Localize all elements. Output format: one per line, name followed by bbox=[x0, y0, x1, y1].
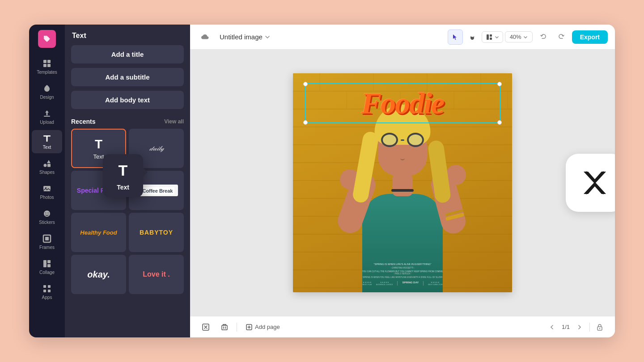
page-indicator: 1/1 bbox=[562, 324, 570, 330]
handle-top-left[interactable] bbox=[303, 82, 308, 86]
sidebar-item-photos[interactable]: Photos bbox=[32, 180, 62, 203]
svg-marker-9 bbox=[47, 160, 51, 163]
text-preview: T Text bbox=[93, 137, 104, 160]
handle-top-right[interactable] bbox=[497, 82, 502, 86]
svg-rect-10 bbox=[43, 186, 51, 191]
healthy-food-preview: Healthy Food bbox=[80, 229, 117, 236]
poster-quotes: "SPRING IS WHEN LIFE'S ALIVE IN EVERYTHI… bbox=[293, 262, 512, 286]
canvas-area[interactable]: "SPRING IS WHEN LIFE'S ALIVE IN EVERYTHI… bbox=[190, 50, 615, 316]
sidebar-item-templates[interactable]: Templates bbox=[32, 55, 62, 78]
award-badges: ★★★★★ BEST FILM ★★★★★ AUDIENCE CHOICE SP… bbox=[306, 281, 499, 286]
capcut-logo-svg bbox=[577, 165, 613, 201]
add-subtitle-button[interactable]: Add a subtitle bbox=[71, 68, 184, 86]
redo-button[interactable] bbox=[554, 30, 568, 44]
text-style-healthy-food[interactable]: Healthy Food bbox=[71, 213, 126, 252]
sidebar-label-photos: Photos bbox=[40, 195, 54, 200]
babytoy-preview: BABYTOY bbox=[140, 229, 173, 236]
add-title-button[interactable]: Add a title bbox=[71, 45, 184, 63]
prev-page-button[interactable] bbox=[546, 321, 558, 333]
toolbar-left: Untitled image bbox=[197, 29, 444, 45]
canvas-resize-button[interactable] bbox=[199, 320, 212, 334]
zoom-button[interactable]: 40% bbox=[505, 31, 533, 42]
svg-rect-6 bbox=[47, 135, 48, 142]
svg-rect-3 bbox=[47, 64, 51, 67]
quote-2: - CHRISTINA ROSSETTI - bbox=[306, 267, 499, 269]
svg-rect-1 bbox=[47, 60, 51, 63]
sidebar-item-frames[interactable]: Frames bbox=[32, 230, 62, 253]
quote-5: SPRING IS WHEN YOU FEEL LIKE WHISTLING E… bbox=[306, 276, 499, 278]
svg-rect-25 bbox=[490, 34, 492, 37]
add-page-button[interactable]: Add page bbox=[242, 322, 284, 332]
bottom-divider bbox=[589, 323, 590, 332]
svg-rect-17 bbox=[43, 260, 47, 267]
text-style-babytoy[interactable]: BABYTOY bbox=[129, 213, 184, 252]
upload-icon bbox=[42, 109, 52, 118]
lock-button[interactable] bbox=[593, 321, 606, 333]
text-style-loveit[interactable]: Love it . bbox=[129, 255, 184, 294]
toolbar-right: Export bbox=[536, 30, 608, 44]
t-icon: T bbox=[95, 137, 102, 152]
icon-sidebar: Templates Design Upload bbox=[29, 25, 65, 337]
sidebar-label-upload: Upload bbox=[40, 120, 54, 125]
photos-icon bbox=[42, 184, 52, 194]
canvas-document[interactable]: "SPRING IS WHEN LIFE'S ALIVE IN EVERYTHI… bbox=[293, 73, 512, 292]
sidebar-label-frames: Frames bbox=[39, 245, 55, 250]
editor-toolbar: Untitled image bbox=[190, 25, 615, 50]
collage-icon bbox=[42, 259, 52, 269]
export-button[interactable]: Export bbox=[572, 30, 608, 44]
sidebar-item-text[interactable]: Text bbox=[32, 130, 62, 153]
cloud-save-button[interactable] bbox=[197, 29, 212, 45]
svg-rect-22 bbox=[43, 290, 46, 292]
svg-point-7 bbox=[44, 164, 47, 167]
svg-rect-2 bbox=[43, 64, 47, 67]
sidebar-item-shapes[interactable]: Shapes bbox=[32, 155, 62, 178]
handle-bottom-left[interactable] bbox=[303, 120, 308, 125]
sidebar-label-stickers: Stickers bbox=[39, 220, 55, 225]
svg-point-14 bbox=[48, 213, 49, 214]
doc-title[interactable]: Untitled image bbox=[216, 31, 274, 42]
sidebar-item-apps[interactable]: Apps bbox=[32, 280, 62, 303]
svg-rect-0 bbox=[43, 60, 47, 63]
editor-main: Untitled image bbox=[190, 25, 615, 337]
sidebar-item-design[interactable]: Design bbox=[32, 80, 62, 103]
sidebar-label-collage: Collage bbox=[39, 270, 55, 275]
sidebar-label-text: Text bbox=[43, 145, 51, 150]
delete-button[interactable] bbox=[218, 320, 231, 334]
svg-rect-26 bbox=[490, 38, 492, 40]
select-tool-button[interactable] bbox=[448, 29, 463, 45]
sidebar-label-templates: Templates bbox=[37, 70, 57, 75]
sidebar-item-upload[interactable]: Upload bbox=[32, 105, 62, 128]
undo-button[interactable] bbox=[536, 30, 551, 44]
coffee-break-preview: #Coffee Break bbox=[138, 187, 175, 194]
text-style-okay[interactable]: okay. bbox=[71, 255, 126, 294]
svg-point-13 bbox=[46, 213, 47, 214]
svg-rect-4 bbox=[44, 116, 50, 117]
svg-point-56 bbox=[599, 328, 600, 328]
text-selection-box bbox=[305, 83, 500, 123]
grid-icon bbox=[42, 59, 52, 68]
sidebar-item-stickers[interactable]: Stickers bbox=[32, 205, 62, 228]
svg-rect-21 bbox=[48, 285, 51, 288]
text-icon bbox=[42, 134, 52, 143]
add-body-button[interactable]: Add body text bbox=[71, 91, 184, 109]
capcut-logo-overlay bbox=[566, 154, 615, 212]
text-tooltip-popup: T Text bbox=[103, 154, 143, 197]
sidebar-label-shapes: Shapes bbox=[39, 170, 55, 175]
view-all-link[interactable]: View all bbox=[164, 118, 184, 125]
bottom-toolbar: Add page 1/1 bbox=[190, 316, 615, 337]
recents-label: Recents bbox=[71, 118, 95, 125]
sidebar-item-collage[interactable]: Collage bbox=[32, 255, 62, 278]
text-styles-grid: Healthy Food BABYTOY bbox=[65, 210, 190, 252]
handle-bottom-right[interactable] bbox=[497, 120, 502, 125]
svg-rect-18 bbox=[47, 260, 51, 263]
okay-preview: okay. bbox=[87, 269, 110, 280]
next-page-button[interactable] bbox=[573, 321, 586, 333]
hand-tool-button[interactable] bbox=[465, 29, 480, 45]
text-panel-header: Text bbox=[65, 25, 190, 45]
app-logo[interactable] bbox=[38, 30, 56, 48]
layout-button[interactable] bbox=[482, 31, 503, 43]
loveit-preview: Love it . bbox=[143, 270, 169, 278]
bottom-toolbar-center: 1/1 bbox=[546, 321, 606, 333]
add-page-label: Add page bbox=[255, 324, 280, 330]
app-container: Templates Design Upload bbox=[29, 25, 615, 337]
